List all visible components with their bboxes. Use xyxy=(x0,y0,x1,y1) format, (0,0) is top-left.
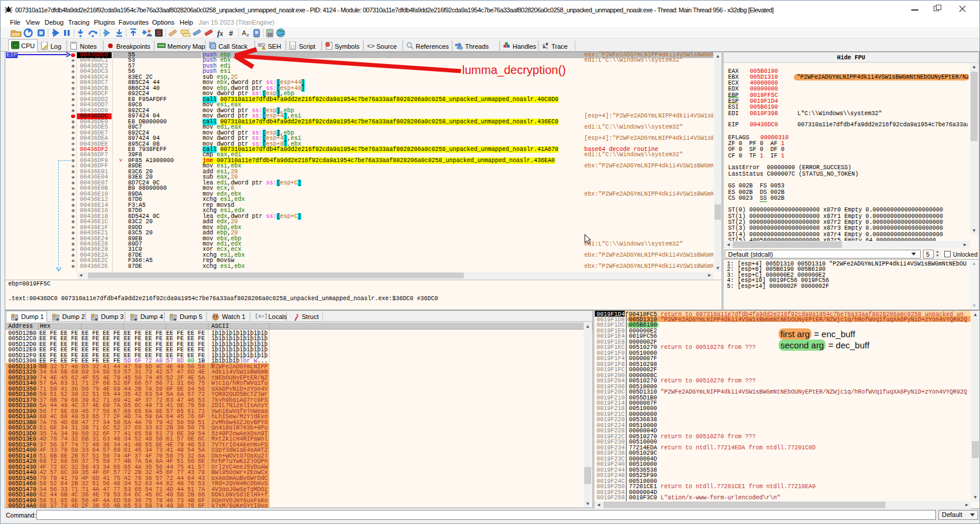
svg-text:#: # xyxy=(229,29,233,38)
svg-text:A: A xyxy=(242,29,247,36)
svg-text:z: z xyxy=(247,32,249,38)
svg-text:fx: fx xyxy=(217,29,223,38)
svg-text:S: S xyxy=(157,29,161,36)
svg-text:32: 32 xyxy=(14,43,17,47)
